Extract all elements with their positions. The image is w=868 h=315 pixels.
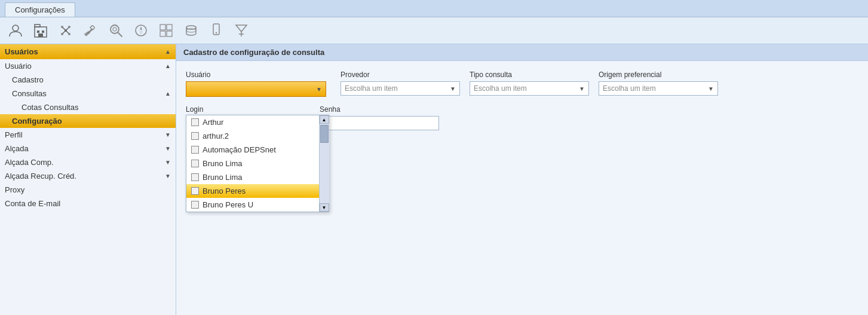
- sidebar-item-perfil[interactable]: Perfil ▼: [0, 128, 176, 142]
- grid-map-icon[interactable]: [157, 21, 176, 40]
- tab-configuracoes[interactable]: Configurações: [5, 2, 75, 17]
- svg-point-0: [13, 25, 19, 31]
- tipo-consulta-arrow-icon: ▼: [579, 85, 585, 92]
- usuario-select[interactable]: ▼: [186, 81, 326, 97]
- dropdown-scroll-up-btn[interactable]: ▲: [320, 115, 329, 124]
- origem-preferencial-placeholder: Escolha um item: [603, 84, 656, 93]
- dropdown-checkbox-automacao[interactable]: [191, 146, 199, 154]
- alcada-recup-arrow-icon: ▼: [165, 173, 171, 179]
- sidebar-item-cadastro[interactable]: Cadastro: [0, 73, 176, 87]
- user-icon[interactable]: [6, 21, 25, 40]
- provedor-group: Provedor Escolha um item ▼: [341, 71, 460, 96]
- origem-preferencial-group: Origem preferencial Escolha um item ▼: [599, 71, 718, 96]
- dropdown-checkbox-bruno-peres[interactable]: [191, 187, 199, 195]
- dropdown-scroll-thumb[interactable]: [320, 125, 329, 143]
- tipo-consulta-select[interactable]: Escolha um item ▼: [470, 81, 589, 96]
- arrow-up-icon: ▲: [165, 63, 171, 69]
- dropdown-item-automacao[interactable]: Automação DEPSnet: [186, 143, 319, 157]
- alcada-arrow-icon: ▼: [165, 145, 171, 152]
- search-zoom-icon[interactable]: [106, 21, 125, 40]
- device-icon[interactable]: [207, 21, 226, 40]
- sidebar-item-proxy[interactable]: Proxy: [0, 183, 176, 197]
- provedor-arrow-icon: ▼: [450, 85, 456, 92]
- usuario-group: Usuário ▼: [186, 71, 326, 97]
- network-icon[interactable]: [56, 21, 75, 40]
- senha-input[interactable]: [320, 116, 439, 130]
- dropdown-scroll-track: [320, 124, 329, 203]
- svg-rect-20: [167, 31, 172, 36]
- toolbar: [0, 17, 868, 44]
- svg-rect-19: [160, 31, 165, 36]
- svg-point-7: [61, 26, 63, 28]
- perfil-arrow-icon: ▼: [165, 131, 171, 138]
- dropdown-scrollbar: ▲ ▼: [319, 115, 329, 212]
- tipo-consulta-label: Tipo consulta: [470, 71, 589, 79]
- sidebar-header[interactable]: Usuários ▲: [0, 44, 176, 59]
- form-row-1: Usuário ▼ Provedor Escolha um item ▼ Tip…: [186, 71, 858, 97]
- dropdown-checkbox-bruno-peres-u[interactable]: [191, 201, 199, 209]
- svg-rect-3: [37, 30, 39, 33]
- svg-point-13: [113, 27, 116, 31]
- compass-icon[interactable]: [131, 21, 151, 40]
- sidebar-item-consultas[interactable]: Consultas ▲: [0, 87, 176, 100]
- sidebar-item-alcada-comp[interactable]: Alçada Comp. ▼: [0, 155, 176, 169]
- origem-preferencial-select[interactable]: Escolha um item ▼: [599, 81, 718, 96]
- sidebar-item-usuario[interactable]: Usuário ▲: [0, 59, 176, 73]
- sidebar-header-arrow-icon: ▲: [165, 48, 171, 55]
- provedor-label: Provedor: [341, 71, 460, 79]
- dropdown-item-arthur2[interactable]: arthur.2: [186, 129, 319, 143]
- tab-bar: Configurações: [0, 0, 868, 17]
- svg-point-9: [61, 33, 63, 35]
- provedor-placeholder: Escolha um item: [345, 84, 398, 93]
- tipo-consulta-placeholder: Escolha um item: [474, 84, 527, 93]
- dropdown-checkbox-arthur[interactable]: [191, 118, 199, 126]
- svg-rect-4: [42, 30, 44, 33]
- tipo-consulta-group: Tipo consulta Escolha um item ▼: [470, 71, 589, 96]
- dropdown-list: Arthur arthur.2 Automação DEPSnet: [186, 115, 329, 212]
- dropdown-checkbox-bruno-lima-2[interactable]: [191, 173, 199, 181]
- dropdown-item-bruno-lima-1[interactable]: Bruno Lima: [186, 157, 319, 170]
- svg-marker-15: [140, 26, 142, 30]
- svg-rect-5: [38, 33, 43, 37]
- svg-point-8: [68, 26, 70, 28]
- dropdown-item-bruno-peres-u[interactable]: Bruno Peres U: [186, 198, 319, 212]
- svg-point-10: [68, 33, 70, 35]
- senha-label: Senha: [320, 105, 439, 114]
- senha-group: Senha: [320, 105, 439, 130]
- sidebar-item-alcada[interactable]: Alçada ▼: [0, 142, 176, 155]
- sidebar-header-label: Usuários: [5, 47, 38, 56]
- origem-preferencial-arrow-icon: ▼: [708, 85, 714, 92]
- origem-preferencial-label: Origem preferencial: [599, 71, 718, 79]
- dropdown-checkbox-arthur2[interactable]: [191, 132, 199, 140]
- sidebar-item-alcada-recup[interactable]: Alçada Recup. Créd. ▼: [0, 169, 176, 183]
- usuario-dropdown: Arthur arthur.2 Automação DEPSnet: [186, 115, 329, 212]
- svg-marker-25: [236, 25, 247, 32]
- sidebar: Usuários ▲ Usuário ▲ Cadastro Consultas …: [0, 44, 176, 315]
- usuario-label: Usuário: [186, 71, 326, 79]
- tools-icon[interactable]: [81, 21, 100, 40]
- content-area: Cadastro de configuração de consulta Usu…: [176, 44, 868, 315]
- building-icon[interactable]: [31, 21, 50, 40]
- dropdown-checkbox-bruno-lima-1[interactable]: [191, 160, 199, 167]
- svg-rect-17: [160, 25, 165, 30]
- dropdown-item-bruno-lima-2[interactable]: Bruno Lima: [186, 170, 319, 184]
- usuario-dropdown-arrow-icon: ▼: [316, 86, 322, 93]
- dropdown-with-scroll: Arthur arthur.2 Automação DEPSnet: [186, 115, 329, 212]
- database-icon[interactable]: [182, 21, 201, 40]
- content-body: Usuário ▼ Provedor Escolha um item ▼ Tip…: [176, 61, 868, 148]
- filter-icon[interactable]: [232, 21, 251, 40]
- provedor-select[interactable]: Escolha um item ▼: [341, 81, 460, 96]
- dropdown-item-bruno-peres[interactable]: Bruno Peres: [186, 184, 319, 198]
- main-layout: Usuários ▲ Usuário ▲ Cadastro Consultas …: [0, 44, 868, 315]
- sidebar-item-cotas-consultas[interactable]: Cotas Consultas: [0, 100, 176, 114]
- login-label: Login: [186, 105, 305, 114]
- svg-line-12: [118, 32, 122, 36]
- content-header: Cadastro de configuração de consulta: [176, 44, 868, 61]
- sidebar-item-configuracao[interactable]: Configuração: [0, 114, 176, 128]
- sidebar-item-conta-email[interactable]: Conta de E-mail: [0, 197, 176, 210]
- consultas-arrow-icon: ▲: [165, 90, 171, 97]
- dropdown-items: Arthur arthur.2 Automação DEPSnet: [186, 115, 319, 212]
- svg-marker-16: [140, 30, 142, 35]
- dropdown-scroll-down-btn[interactable]: ▼: [320, 203, 329, 212]
- dropdown-item-arthur[interactable]: Arthur: [186, 115, 319, 129]
